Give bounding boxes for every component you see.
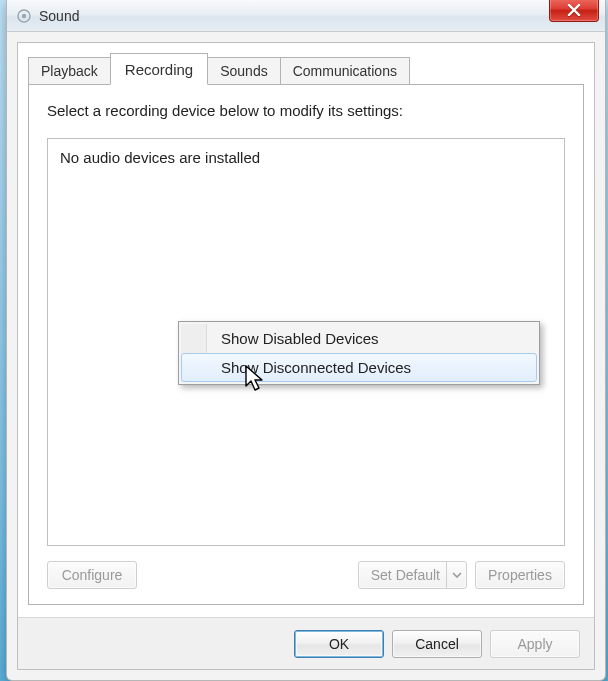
tab-recording[interactable]: Recording — [110, 53, 208, 85]
ok-button[interactable]: OK — [294, 630, 384, 658]
svg-point-1 — [22, 13, 26, 17]
chevron-down-icon[interactable] — [446, 561, 466, 589]
button-label: Apply — [517, 636, 552, 652]
apply-button[interactable]: Apply — [490, 630, 580, 658]
menu-item-show-disabled[interactable]: Show Disabled Devices — [181, 324, 537, 353]
button-label: Set Default — [371, 567, 440, 583]
set-default-split-button[interactable]: Set Default — [358, 561, 467, 589]
button-label: Cancel — [415, 636, 459, 652]
dialog-button-bar: OK Cancel Apply — [18, 617, 594, 669]
button-label: Properties — [488, 567, 552, 583]
tab-label: Communications — [293, 63, 397, 79]
menu-item-label: Show Disabled Devices — [221, 330, 379, 347]
button-label: OK — [329, 636, 349, 652]
menu-item-show-disconnected[interactable]: Show Disconnected Devices — [181, 353, 537, 382]
tab-page-button-row: Configure Set Default Properties — [47, 558, 565, 592]
tab-label: Recording — [125, 61, 193, 78]
tab-playback[interactable]: Playback — [28, 57, 111, 85]
empty-list-message: No audio devices are installed — [60, 149, 260, 166]
tab-label: Sounds — [220, 63, 267, 79]
tab-communications[interactable]: Communications — [280, 57, 410, 85]
close-button[interactable] — [549, 0, 599, 22]
menu-item-label: Show Disconnected Devices — [221, 359, 411, 376]
device-list-context-menu: Show Disabled Devices Show Disconnected … — [178, 321, 540, 385]
button-label: Configure — [62, 567, 123, 583]
window-title: Sound — [39, 8, 79, 24]
cancel-button[interactable]: Cancel — [392, 630, 482, 658]
tab-label: Playback — [41, 63, 98, 79]
tabstrip: Playback Recording Sounds Communications — [28, 53, 584, 85]
tab-sounds[interactable]: Sounds — [207, 57, 280, 85]
titlebar[interactable]: Sound — [7, 0, 605, 32]
properties-button[interactable]: Properties — [475, 561, 565, 589]
instruction-text: Select a recording device below to modif… — [47, 102, 565, 119]
sound-app-icon — [15, 7, 33, 25]
close-icon — [567, 4, 581, 16]
configure-button[interactable]: Configure — [47, 561, 137, 589]
